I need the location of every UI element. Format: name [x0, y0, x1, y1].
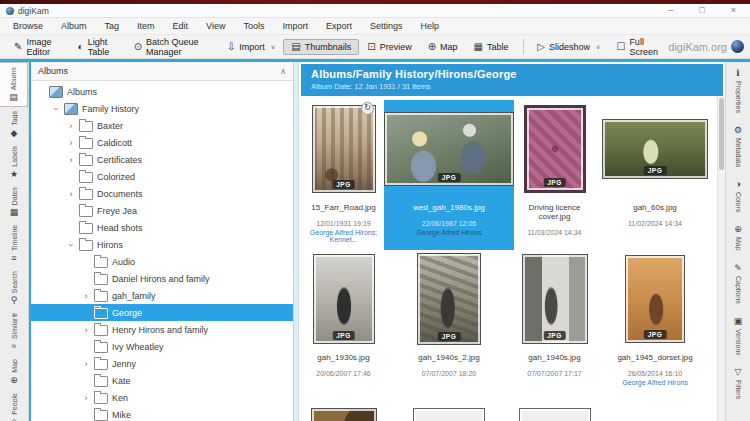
left-sidebar-tab[interactable]: Albums ▤ [0, 62, 28, 107]
tree-row[interactable]: Family History [31, 100, 293, 117]
tree-row[interactable]: George [31, 304, 293, 321]
left-sidebar-tab[interactable]: Tags ◆ [0, 107, 28, 142]
toolbar-button[interactable]: ⇩ Import ∨ [219, 39, 283, 55]
thumbnail-cell[interactable]: JPG Driving licence cover.jpg 11/03/2024… [514, 100, 595, 250]
right-sidebar-tab[interactable]: ⚙ Metadata [726, 119, 750, 173]
photo-thumbnail[interactable] [519, 408, 591, 421]
expander-icon[interactable] [67, 189, 75, 199]
chevron-down-icon[interactable]: ∨ [596, 43, 600, 50]
digikam-org-brand[interactable]: digiKam.org [668, 40, 744, 53]
toolbar-button[interactable]: ⊕ Map ∨ [420, 39, 466, 55]
right-sidebar-tab[interactable]: ⊕ Map [726, 218, 750, 257]
tree-row[interactable]: Hirons [31, 236, 293, 253]
thumbnail-cell[interactable]: JPG gah_60s.jpg 11/02/2024 14:34 [595, 100, 715, 250]
thumbnail-cell[interactable] [303, 400, 384, 421]
left-sidebar-tab[interactable]: Search ⚲ [0, 267, 28, 309]
tree-row[interactable]: Audio [31, 253, 293, 270]
thumbnail-tag-link[interactable]: George Alfred Hirons; Kennet... [303, 229, 384, 243]
expander-icon[interactable] [67, 138, 75, 148]
maximize-button[interactable]: □ [699, 5, 704, 16]
menu-item[interactable]: View [197, 20, 234, 32]
left-sidebar-tab[interactable]: People ☺ [0, 389, 28, 421]
close-button[interactable]: × [731, 5, 736, 16]
minimize-button[interactable]: – [668, 5, 673, 16]
tree-row[interactable]: Kate [31, 372, 293, 389]
tree-row[interactable]: Documents [31, 185, 293, 202]
photo-thumbnail[interactable]: JPG [384, 112, 514, 186]
expander-icon[interactable] [82, 325, 90, 335]
tree-row[interactable]: Baxter [31, 117, 293, 134]
scrollbar-thumb[interactable] [719, 98, 724, 170]
expander-icon[interactable] [66, 241, 76, 249]
photo-thumbnail[interactable]: JPG [524, 105, 586, 193]
photo-thumbnail[interactable]: JPG [625, 255, 685, 343]
tree-row[interactable]: gah_family [31, 287, 293, 304]
photo-thumbnail[interactable]: JPG [417, 253, 481, 345]
thumbnail-cell[interactable] [384, 400, 514, 421]
rotate-overlay-icon[interactable] [361, 102, 374, 115]
tree-row[interactable]: Daniel Hirons and family [31, 270, 293, 287]
photo-thumbnail[interactable] [413, 408, 485, 421]
tree-row[interactable]: Mike [31, 406, 293, 421]
menu-item[interactable]: Import [273, 20, 317, 32]
menu-item[interactable]: Tag [96, 20, 129, 32]
toolbar-button[interactable]: ▷ Slideshow ∨ [529, 39, 608, 55]
thumbnail-tag-link[interactable]: George Alfred Hirons [416, 229, 481, 236]
toolbar-button[interactable]: ◐ Light Table ∨ [70, 34, 126, 60]
menu-item[interactable]: Album [52, 20, 96, 32]
toolbar-button[interactable]: ▤ Thumbnails ∨ [283, 39, 359, 55]
collapse-chevron-icon[interactable]: ∧ [280, 67, 286, 76]
menu-item[interactable]: Settings [361, 20, 412, 32]
right-sidebar-tab[interactable]: ◑ Colors [726, 173, 750, 218]
photo-thumbnail[interactable] [311, 408, 377, 421]
chevron-down-icon[interactable]: ∨ [271, 43, 275, 50]
right-sidebar-tab[interactable]: ▣ Versions [726, 310, 750, 362]
photo-thumbnail[interactable]: JPG [602, 119, 708, 179]
thumbnail-cell[interactable]: JPG 15_Farr_Road.jpg 12/01/1931 19:19 Ge… [303, 100, 384, 250]
right-sidebar-tab[interactable]: ℹ Properties [726, 62, 750, 119]
menu-item[interactable]: Edit [164, 20, 198, 32]
thumbnail-cell[interactable] [514, 400, 595, 421]
menu-item[interactable]: Browse [4, 20, 52, 32]
menu-item[interactable]: Item [128, 20, 164, 32]
thumbnail-cell[interactable]: JPG gah_1940s.jpg 07/07/2007 17:17 [514, 250, 595, 400]
toolbar-button[interactable]: ✎ Image Editor ∨ [6, 34, 70, 60]
expander-icon[interactable] [51, 105, 61, 113]
expander-icon[interactable] [82, 291, 90, 301]
toolbar-button[interactable]: ▦ Table ∨ [466, 39, 517, 55]
left-sidebar-tab[interactable]: Similarity ≈ [0, 309, 28, 355]
menu-item[interactable]: Export [317, 20, 361, 32]
left-sidebar-tab[interactable]: Map ⊕ [0, 355, 28, 389]
thumbnail-cell[interactable]: JPG gah_1930s.jpg 20/06/2007 17:46 [303, 250, 384, 400]
tree-row[interactable]: Ivy Wheatley [31, 338, 293, 355]
tree-row[interactable]: Head shots [31, 219, 293, 236]
toolbar-button[interactable]: ⊡ Preview ∨ [359, 39, 419, 55]
thumbnail-cell[interactable] [595, 400, 715, 421]
photo-thumbnail[interactable]: JPG [312, 105, 376, 193]
expander-icon[interactable] [67, 155, 75, 165]
vertical-scrollbar[interactable] [717, 96, 725, 421]
thumbnail-cell[interactable]: JPG gah_1945_dorset.jpg 26/05/2014 16:10… [595, 250, 715, 400]
expander-icon[interactable] [82, 393, 90, 403]
menu-item[interactable]: Tools [234, 20, 273, 32]
tree-row[interactable]: Henry Hirons and family [31, 321, 293, 338]
photo-thumbnail[interactable]: JPG [313, 254, 375, 344]
tree-row[interactable]: Colorized [31, 168, 293, 185]
left-sidebar-tab[interactable]: Dates ▦ [0, 183, 28, 221]
tree-row[interactable]: Certificates [31, 151, 293, 168]
right-sidebar-tab[interactable]: ✎ Captions [726, 257, 750, 310]
tree-row[interactable]: Caldicott [31, 134, 293, 151]
tree-row[interactable]: Jenny [31, 355, 293, 372]
toolbar-button[interactable]: ⊙ Batch Queue Manager ∨ [126, 34, 219, 60]
left-sidebar-tab[interactable]: Labels ★ [0, 142, 28, 183]
photo-thumbnail[interactable]: JPG [522, 254, 588, 344]
left-sidebar-tab[interactable]: Timeline ≡ [0, 221, 28, 267]
tree-row[interactable]: Freye Jea [31, 202, 293, 219]
tree-row[interactable]: Albums [31, 83, 293, 100]
right-sidebar-tab[interactable]: ▽ Filters [726, 361, 750, 405]
expander-icon[interactable] [67, 121, 75, 131]
menu-item[interactable]: Help [412, 20, 449, 32]
expander-icon[interactable] [82, 359, 90, 369]
albums-panel-header[interactable]: Albums ∧ [31, 62, 293, 81]
thumbnail-cell[interactable]: JPG gah_1940s_2.jpg 07/07/2007 18:20 [384, 250, 514, 400]
